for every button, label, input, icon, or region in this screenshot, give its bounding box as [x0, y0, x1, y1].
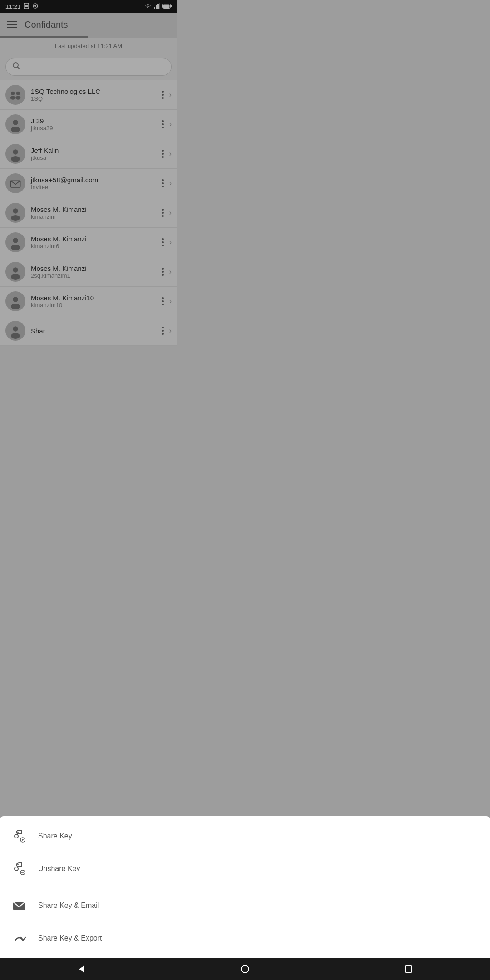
overlay[interactable] — [0, 0, 177, 354]
